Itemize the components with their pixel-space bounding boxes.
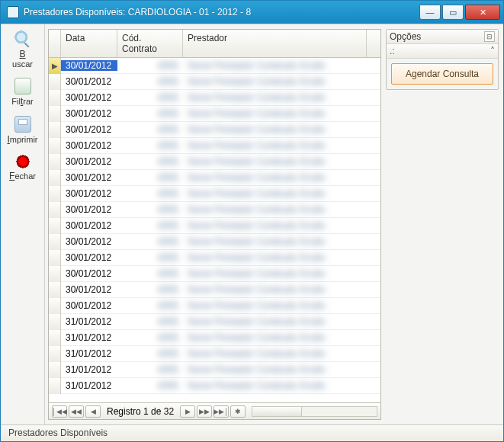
grid-header: Data Cód. Contrato Prestador [49, 30, 380, 58]
options-pin-button[interactable]: ⊟ [484, 31, 495, 42]
fechar-button[interactable]: Fechar [5, 152, 41, 183]
options-subheader: .: ˄ [387, 44, 498, 59]
cell-data: 30/01/2012 [61, 172, 117, 183]
table-row[interactable]: 31/01/20120000Nome Prestador Conteudo Oc… [49, 330, 380, 346]
row-indicator [49, 202, 61, 218]
table-row[interactable]: 30/01/20120000Nome Prestador Conteudo Oc… [49, 138, 380, 154]
row-indicator [49, 330, 61, 346]
cell-data: 30/01/2012 [61, 188, 117, 199]
cell-cod: 0000 [117, 268, 183, 279]
table-row[interactable]: 31/01/20120000Nome Prestador Conteudo Oc… [49, 362, 380, 378]
cell-prestador: Nome Prestador Conteudo Oculto [183, 140, 380, 151]
grid-header-data[interactable]: Data [61, 30, 117, 57]
imprimir-label: Imprimir [5, 134, 41, 145]
pager-first-button[interactable]: │◀◀ [52, 405, 67, 418]
table-row[interactable]: 30/01/20120000Nome Prestador Conteudo Oc… [49, 266, 380, 282]
buscar-label: Buscar [5, 49, 41, 69]
cell-prestador: Nome Prestador Conteudo Oculto [183, 316, 380, 327]
app-window: Prestadores Disponíveis: CARDIOLOGIA - 0… [0, 0, 504, 442]
table-row[interactable]: 30/01/20120000Nome Prestador Conteudo Oc… [49, 170, 380, 186]
cell-prestador: Nome Prestador Conteudo Oculto [183, 92, 380, 103]
fechar-label: Fechar [5, 171, 41, 181]
close-icon [15, 154, 30, 169]
pager-star-button[interactable]: ✱ [230, 405, 246, 418]
table-row[interactable]: 30/01/20120000Nome Prestador Conteudo Oc… [49, 186, 380, 202]
cell-prestador: Nome Prestador Conteudo Oculto [183, 348, 380, 359]
cell-data: 30/01/2012 [61, 124, 117, 135]
cell-cod: 0000 [117, 316, 183, 327]
grid-header-prestador[interactable]: Prestador [183, 30, 367, 57]
table-row[interactable]: 31/01/20120000Nome Prestador Conteudo Oc… [49, 314, 380, 330]
table-row[interactable]: ▶30/01/20120000Nome Prestador Conteudo O… [49, 58, 380, 74]
cell-cod: 0000 [117, 140, 183, 151]
cell-prestador: Nome Prestador Conteudo Oculto [183, 172, 380, 183]
cell-data: 30/01/2012 [61, 76, 117, 87]
options-header: Opções ⊟ [387, 30, 498, 44]
buscar-button[interactable]: Buscar [5, 29, 41, 70]
table-row[interactable]: 30/01/20120000Nome Prestador Conteudo Oc… [49, 298, 380, 314]
pager-next-button[interactable]: ▶ [180, 405, 195, 418]
pager-prev-button[interactable]: ◀ [85, 405, 101, 418]
row-indicator [49, 154, 61, 170]
cell-cod: 0000 [117, 348, 183, 359]
cell-cod: 0000 [117, 92, 183, 103]
pager-last-button[interactable]: ▶▶│ [213, 405, 229, 418]
window-maximize-button[interactable]: ▭ [442, 5, 464, 20]
cell-data: 31/01/2012 [61, 316, 117, 327]
table-row[interactable]: 30/01/20120000Nome Prestador Conteudo Oc… [49, 250, 380, 266]
grid-hscroll[interactable] [252, 406, 377, 417]
cell-prestador: Nome Prestador Conteudo Oculto [183, 300, 380, 311]
pager-label: Registro 1 de 32 [107, 406, 174, 417]
row-indicator [49, 74, 61, 90]
row-indicator [49, 282, 61, 298]
row-indicator [49, 138, 61, 154]
filtrar-label: Filtrar [5, 96, 41, 107]
agendar-consulta-button[interactable]: Agendar Consulta [391, 63, 493, 85]
grid-body[interactable]: ▶30/01/20120000Nome Prestador Conteudo O… [49, 58, 380, 402]
cell-cod: 0000 [117, 76, 183, 87]
cell-prestador: Nome Prestador Conteudo Oculto [183, 332, 380, 343]
cell-data: 30/01/2012 [61, 140, 117, 151]
cell-data: 30/01/2012 [61, 252, 117, 263]
cell-cod: 0000 [117, 204, 183, 215]
table-row[interactable]: 30/01/20120000Nome Prestador Conteudo Oc… [49, 90, 380, 106]
table-row[interactable]: 30/01/20120000Nome Prestador Conteudo Oc… [49, 202, 380, 218]
table-row[interactable]: 30/01/20120000Nome Prestador Conteudo Oc… [49, 218, 380, 234]
window-minimize-button[interactable]: — [419, 5, 441, 20]
cell-cod: 0000 [117, 172, 183, 183]
cell-data: 31/01/2012 [61, 332, 117, 343]
table-row[interactable]: 30/01/20120000Nome Prestador Conteudo Oc… [49, 154, 380, 170]
cell-data: 30/01/2012 [61, 284, 117, 295]
options-collapse-button[interactable]: ˄ [490, 46, 495, 56]
table-row[interactable]: 30/01/20120000Nome Prestador Conteudo Oc… [49, 234, 380, 250]
table-row[interactable]: 31/01/20120000Nome Prestador Conteudo Oc… [49, 378, 380, 394]
row-indicator [49, 106, 61, 122]
options-sub-label: .: [390, 46, 395, 56]
cell-prestador: Nome Prestador Conteudo Oculto [183, 364, 380, 375]
cell-cod: 0000 [117, 300, 183, 311]
cell-data: 31/01/2012 [61, 380, 117, 391]
window-close-button[interactable]: ✕ [465, 5, 500, 20]
table-row[interactable]: 31/01/20120000Nome Prestador Conteudo Oc… [49, 346, 380, 362]
filter-icon [14, 78, 31, 94]
table-row[interactable]: 30/01/20120000Nome Prestador Conteudo Oc… [49, 74, 380, 90]
table-row[interactable]: 30/01/20120000Nome Prestador Conteudo Oc… [49, 106, 380, 122]
row-indicator [49, 90, 61, 106]
row-indicator [49, 186, 61, 202]
grid-header-cod[interactable]: Cód. Contrato [117, 30, 183, 57]
cell-prestador: Nome Prestador Conteudo Oculto [183, 204, 380, 215]
filtrar-button[interactable]: Filtrar [5, 76, 41, 108]
pager-prevpage-button[interactable]: ◀◀ [69, 405, 84, 418]
cell-prestador: Nome Prestador Conteudo Oculto [183, 268, 380, 279]
pager: │◀◀ ◀◀ ◀ Registro 1 de 32 ▶ ▶▶ ▶▶│ ✱ [49, 402, 380, 419]
pager-nextpage-button[interactable]: ▶▶ [197, 405, 212, 418]
imprimir-button[interactable]: Imprimir [5, 114, 41, 146]
cell-data: 31/01/2012 [61, 348, 117, 359]
search-icon [14, 30, 31, 47]
cell-cod: 0000 [117, 332, 183, 343]
cell-cod: 0000 [117, 60, 183, 71]
table-row[interactable]: 30/01/20120000Nome Prestador Conteudo Oc… [49, 282, 380, 298]
cell-prestador: Nome Prestador Conteudo Oculto [183, 60, 380, 71]
table-row[interactable]: 30/01/20120000Nome Prestador Conteudo Oc… [49, 122, 380, 138]
row-indicator [49, 122, 61, 138]
